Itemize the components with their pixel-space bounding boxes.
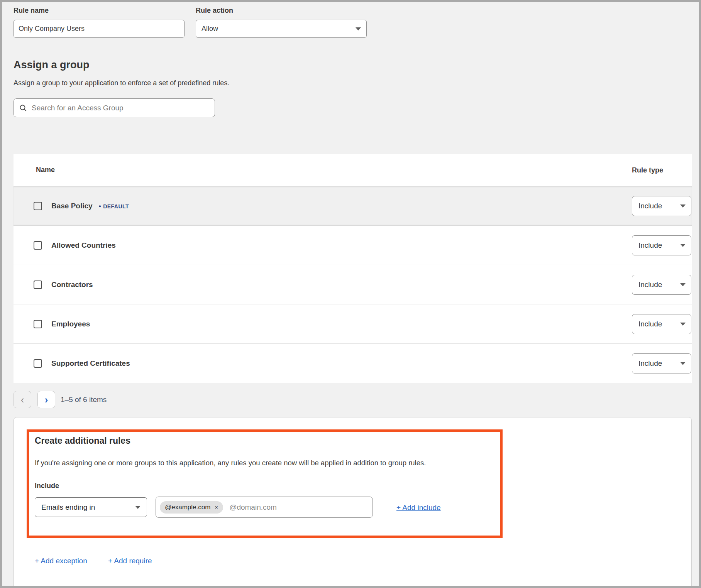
row-name: Allowed Countries xyxy=(51,241,116,250)
remove-tag-icon[interactable]: × xyxy=(215,504,218,510)
rule-type-select[interactable]: Include xyxy=(632,196,691,216)
additional-rules-heading: Create additional rules xyxy=(35,436,130,446)
include-label: Include xyxy=(35,482,59,490)
row-checkbox[interactable] xyxy=(34,359,42,368)
row-checkbox[interactable] xyxy=(34,241,42,250)
rule-action-value: Allow xyxy=(201,25,218,33)
pagination-next-button[interactable]: › xyxy=(37,391,55,408)
condition-type-select[interactable]: Emails ending in xyxy=(35,497,147,517)
rule-type-select[interactable]: Include xyxy=(632,353,691,373)
add-require-link[interactable]: + Add require xyxy=(108,557,152,565)
chevron-down-icon xyxy=(680,244,686,247)
table-row-employees: Employees Include xyxy=(14,304,692,344)
email-domain-tag: @example.com × xyxy=(160,501,223,514)
rule-name-label: Rule name xyxy=(14,7,49,15)
row-name: Supported Certificates xyxy=(51,359,130,368)
row-checkbox[interactable] xyxy=(34,280,42,289)
chevron-down-icon xyxy=(356,27,361,30)
condition-type-value: Emails ending in xyxy=(41,503,95,512)
table-row-contractors: Contractors Include xyxy=(14,265,692,304)
default-badge: •DEFAULT xyxy=(99,203,129,210)
chevron-down-icon xyxy=(135,506,141,509)
search-input[interactable] xyxy=(32,104,209,112)
assign-group-heading: Assign a group xyxy=(14,59,90,71)
tag-label: @example.com xyxy=(165,504,210,511)
search-icon xyxy=(19,104,27,112)
rule-type-select[interactable]: Include xyxy=(632,314,691,334)
pagination-prev-button[interactable]: ‹ xyxy=(14,391,31,408)
domain-input[interactable] xyxy=(229,503,345,512)
table-row-allowed-countries: Allowed Countries Include xyxy=(14,226,692,265)
chevron-left-icon: ‹ xyxy=(21,395,24,405)
pagination-range: 1–5 of 6 items xyxy=(61,395,107,404)
chevron-right-icon: › xyxy=(45,395,48,405)
table-header: Name Rule type xyxy=(14,154,692,186)
table-row-base-policy: Base Policy•DEFAULT Include xyxy=(14,186,692,226)
row-checkbox[interactable] xyxy=(34,202,42,210)
row-name: Base Policy xyxy=(51,202,93,210)
row-name: Contractors xyxy=(51,280,93,289)
assign-group-description: Assign a group to your application to en… xyxy=(14,79,229,87)
rule-name-input[interactable] xyxy=(14,20,185,38)
chevron-down-icon xyxy=(680,204,686,208)
additional-rules-description: If you're assigning one or more groups t… xyxy=(35,459,426,467)
column-header-name: Name xyxy=(36,166,55,174)
row-checkbox[interactable] xyxy=(34,320,42,328)
rule-editor-page: Rule name Rule action Allow Assign a gro… xyxy=(0,0,701,588)
table-row-supported-certificates: Supported Certificates Include xyxy=(14,344,692,383)
chevron-down-icon xyxy=(680,323,686,326)
rule-action-select[interactable]: Allow xyxy=(196,20,367,38)
chevron-down-icon xyxy=(680,362,686,365)
rule-type-select[interactable]: Include xyxy=(632,275,691,295)
row-name: Employees xyxy=(51,320,90,328)
column-header-rule-type: Rule type xyxy=(632,166,663,174)
rule-type-select[interactable]: Include xyxy=(632,235,691,255)
add-include-link[interactable]: + Add include xyxy=(396,504,441,512)
chevron-down-icon xyxy=(680,283,686,286)
email-domains-input[interactable]: @example.com × xyxy=(156,497,373,518)
rule-action-label: Rule action xyxy=(196,7,233,15)
access-groups-table: Name Rule type Base Policy•DEFAULT Inclu… xyxy=(14,154,692,383)
access-group-search[interactable] xyxy=(14,98,215,117)
add-exception-link[interactable]: + Add exception xyxy=(35,557,87,565)
